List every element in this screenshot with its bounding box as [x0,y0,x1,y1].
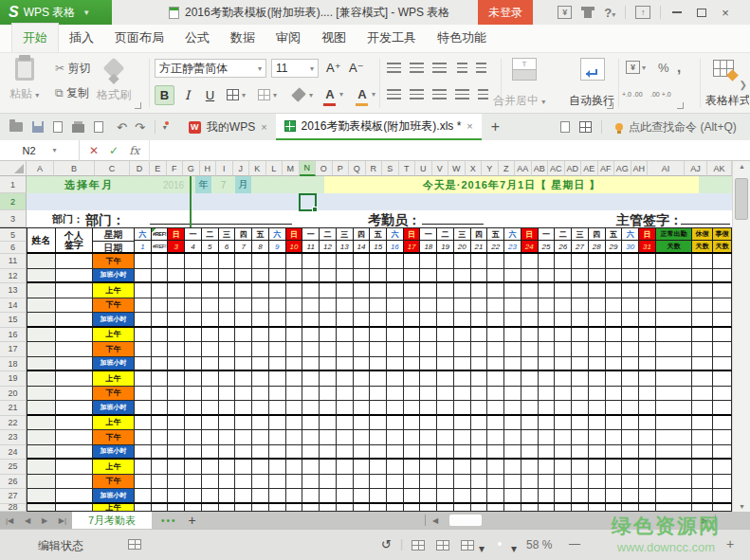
cell-day[interactable] [168,504,185,513]
cell-day[interactable] [420,313,437,328]
cell-sum-rest[interactable] [692,342,713,357]
ribbon-tab-数据[interactable]: 数据 [220,24,265,52]
currency-format-button[interactable]: ¥▾ [626,61,646,74]
day-header-21[interactable]: 四21 [471,228,488,252]
cell-day[interactable] [454,445,471,461]
cell-day[interactable] [521,357,539,372]
cell-day[interactable] [504,269,521,284]
cell-day[interactable] [555,254,572,269]
column-header-H[interactable]: H [200,161,217,176]
reading-layout-icon[interactable] [560,121,570,133]
cell-name[interactable] [27,371,56,387]
cell-day[interactable] [454,298,471,314]
cell-day[interactable] [387,504,404,513]
cell-day[interactable] [354,430,371,445]
sheet-nav-0[interactable]: |◀ [6,516,13,525]
column-header-D[interactable]: D [130,161,150,176]
row-header-1[interactable]: 1 [0,176,27,193]
cell-day[interactable] [572,298,589,314]
cell-day[interactable] [471,313,488,328]
cell-day[interactable] [606,401,623,416]
align-left-button[interactable] [387,89,401,99]
cell-day[interactable] [337,504,354,513]
cell-day[interactable] [252,416,269,431]
cell-day[interactable] [487,416,504,431]
cell-day[interactable] [471,475,488,490]
page-break-view-icon[interactable] [436,540,449,551]
cell-day[interactable] [572,489,589,504]
cell-day[interactable] [269,342,286,357]
increase-font-button[interactable]: A⁺ [326,61,341,75]
cell-day[interactable] [286,504,303,513]
cell-sum-rest[interactable] [692,416,713,431]
cell-sum-normal[interactable] [656,387,692,402]
cell-day[interactable] [337,328,354,343]
cell-day[interactable] [286,269,303,284]
cell-day[interactable] [437,489,454,504]
cell-day[interactable] [504,298,521,314]
cell-day[interactable] [589,328,606,343]
cell-day[interactable] [589,460,606,475]
cell-period-label[interactable]: 上午 [93,460,135,475]
cell-day[interactable] [572,269,589,284]
page-layout-view-icon[interactable] [461,540,474,551]
cell-personal-sign[interactable] [56,371,93,387]
row-header-28[interactable]: 28 [0,504,27,513]
cell-day[interactable] [387,283,404,298]
cell-day[interactable] [320,445,337,461]
vertical-scrollbar[interactable]: ▲▼ [732,161,750,512]
cell-day[interactable] [404,475,421,490]
cell-day[interactable] [539,416,556,431]
cell-sum-rest[interactable] [692,445,713,461]
cell-day[interactable] [337,342,354,357]
cell-day[interactable] [320,475,337,490]
cell-day[interactable] [219,328,236,343]
cell-day[interactable] [219,298,236,314]
cell-day[interactable] [639,298,656,314]
cell-day[interactable] [235,489,252,504]
column-header-F[interactable]: F [167,161,184,176]
cell-day[interactable] [504,416,521,431]
cell-day[interactable] [354,401,371,416]
cell-day[interactable] [387,357,404,372]
cell-day[interactable] [235,342,252,357]
cell-day[interactable] [302,416,320,431]
day-header-22[interactable]: 五22 [487,228,504,252]
confirm-icon[interactable]: ✓ [109,144,119,157]
scroll-up-icon[interactable]: ▲ [733,163,750,170]
column-header-AE[interactable]: AE [581,161,598,176]
cell-day[interactable] [302,445,320,461]
cell-day[interactable] [337,298,354,314]
cell-day[interactable] [235,298,252,314]
row-header-23[interactable]: 23 [0,430,27,445]
cell-day[interactable] [622,416,639,431]
paste-options-icon[interactable] [579,121,592,133]
day-header-3[interactable]: 日3 [168,228,185,252]
cell-day[interactable] [168,269,185,284]
cell-day[interactable] [354,460,371,475]
cell-day[interactable] [471,401,488,416]
cell-day[interactable] [589,371,606,387]
column-header-AA[interactable]: AA [515,161,532,176]
cell-day[interactable] [202,328,219,343]
cell-sum-normal[interactable] [656,342,692,357]
cell-sum-rest[interactable] [692,283,713,298]
cell-day[interactable] [235,371,252,387]
cell-day[interactable] [320,342,337,357]
cell-day[interactable] [252,489,269,504]
vertical-scrollbar-thumb[interactable] [735,178,748,220]
cell-day[interactable] [185,430,202,445]
cell-day[interactable] [471,460,488,475]
cell-day[interactable] [269,430,286,445]
font-name-select[interactable]: 方正静蕾简体▾ [155,59,266,78]
cell-day[interactable] [639,283,656,298]
day-header-16[interactable]: 六16 [387,228,404,252]
cell-day[interactable] [471,269,488,284]
tab-active-document[interactable]: 2016考勤表模板(附加班表).xls * × [276,114,482,140]
cell-sum-normal[interactable] [656,371,692,387]
cell-sum-normal[interactable] [656,504,692,513]
cell-day[interactable] [521,460,539,475]
borders-button[interactable]: ▾ [227,89,246,100]
cell-day[interactable] [202,504,219,513]
cell-day[interactable] [202,401,219,416]
